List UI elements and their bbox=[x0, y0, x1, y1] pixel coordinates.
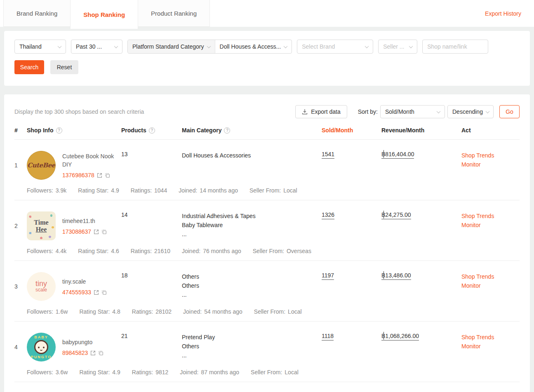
copy-icon[interactable] bbox=[101, 229, 107, 235]
header-revenue-month[interactable]: Revenue/Month bbox=[381, 127, 461, 134]
meta-label: Seller From: bbox=[251, 369, 282, 376]
sold-value[interactable]: 1197 bbox=[322, 272, 334, 280]
category-line: Industrial Adhesives & Tapes bbox=[182, 211, 322, 221]
seller-select[interactable]: Seller ... bbox=[378, 40, 417, 54]
monitor-link[interactable]: Monitor bbox=[461, 221, 520, 230]
sort-order-select[interactable]: Descending bbox=[447, 105, 494, 118]
copy-icon[interactable] bbox=[101, 290, 107, 295]
rank-number: 2 bbox=[14, 223, 18, 229]
meta-label: Ratings: bbox=[131, 248, 152, 254]
shop-name[interactable]: babypungto bbox=[62, 338, 104, 346]
external-link-icon[interactable] bbox=[94, 290, 99, 295]
revenue-amount: 816,404.00 bbox=[385, 151, 414, 157]
help-icon[interactable] bbox=[56, 127, 62, 134]
tab-label: Brand Ranking bbox=[16, 10, 57, 17]
country-select[interactable]: Thailand bbox=[14, 40, 66, 54]
copy-icon[interactable] bbox=[105, 173, 110, 178]
shop-avatar[interactable]: BABY PUNGTO bbox=[27, 333, 56, 361]
shop-meta-row: Followers:4.4k Rating Star:4.6 Ratings:2… bbox=[27, 248, 520, 254]
filter-panel: Thailand Past 30 ... Platform Standard C… bbox=[4, 31, 530, 86]
export-data-button[interactable]: Export data bbox=[295, 105, 347, 118]
category-select[interactable]: Doll Houses & Access... bbox=[215, 40, 292, 53]
category-value: Doll Houses & Access... bbox=[220, 43, 281, 50]
shop-id-link[interactable]: 1376986378 bbox=[62, 172, 94, 178]
copy-icon[interactable] bbox=[98, 350, 104, 356]
sort-field-select[interactable]: Sold/Month bbox=[380, 105, 445, 118]
export-history-link[interactable]: Export History bbox=[485, 10, 521, 17]
table-row: 4 BABY PUNGTO babypungto 89845823 bbox=[14, 322, 520, 382]
shop-name[interactable]: Cutebee Book Nook DIY bbox=[62, 152, 120, 169]
country-value: Thailand bbox=[19, 43, 42, 50]
table-row: 2 Time Hee timehee11.th 173088637 bbox=[14, 200, 520, 261]
monitor-link[interactable]: Monitor bbox=[461, 281, 520, 290]
shop-trends-link[interactable]: Shop Trends bbox=[461, 211, 520, 221]
category-line: Baby Tableware bbox=[182, 221, 322, 230]
tab-brand-ranking[interactable]: Brand Ranking bbox=[3, 0, 71, 27]
tab-label: Shop Ranking bbox=[83, 11, 125, 18]
header-shop-info: Shop Info bbox=[27, 127, 121, 134]
sort-by-label: Sort by: bbox=[358, 108, 378, 115]
meta-label: Ratings: bbox=[132, 308, 153, 315]
header-label: Products bbox=[121, 127, 146, 134]
table-toolbar: Display the top 300 shops based on searc… bbox=[14, 105, 520, 118]
sold-value[interactable]: 1541 bbox=[322, 151, 334, 159]
chevron-down-icon bbox=[114, 44, 118, 48]
shop-avatar[interactable]: Time Hee bbox=[27, 211, 56, 240]
brand-select[interactable]: Select Brand bbox=[297, 40, 373, 54]
baht-symbol bbox=[381, 151, 385, 157]
meta-label: Rating Star: bbox=[79, 308, 110, 315]
shop-id-link[interactable]: 173088637 bbox=[62, 228, 91, 235]
category-line: ... bbox=[182, 230, 322, 239]
meta-value: Local bbox=[283, 187, 297, 194]
shop-name[interactable]: timehee11.th bbox=[62, 217, 107, 225]
chevron-down-icon bbox=[58, 44, 62, 48]
meta-label: Followers: bbox=[27, 369, 53, 376]
shop-id-link[interactable]: 474555933 bbox=[62, 289, 91, 296]
shop-id-link[interactable]: 89845823 bbox=[62, 350, 88, 356]
meta-label: Rating Star: bbox=[79, 369, 110, 376]
external-link-icon[interactable] bbox=[97, 173, 102, 178]
shop-trends-link[interactable]: Shop Trends bbox=[461, 333, 520, 342]
date-range-select[interactable]: Past 30 ... bbox=[71, 40, 122, 54]
revenue-value[interactable]: 13,486.00 bbox=[381, 272, 411, 280]
revenue-value[interactable]: 24,275.00 bbox=[381, 211, 411, 219]
meta-value: 28102 bbox=[155, 308, 172, 315]
products-count: 13 bbox=[121, 151, 182, 157]
search-button[interactable]: Search bbox=[14, 60, 44, 74]
category-type-select[interactable]: Platform Standard Category bbox=[128, 40, 215, 53]
brand-placeholder: Select Brand bbox=[302, 43, 335, 50]
reset-button[interactable]: Reset bbox=[50, 60, 78, 74]
shop-name[interactable]: tiny.scale bbox=[62, 277, 107, 286]
sort-order-value: Descending bbox=[452, 108, 483, 115]
tab-product-ranking[interactable]: Product Ranking bbox=[138, 0, 210, 27]
chevron-down-icon bbox=[207, 44, 211, 48]
shop-trends-link[interactable]: Shop Trends bbox=[461, 272, 520, 281]
help-icon[interactable] bbox=[224, 127, 230, 134]
header-sold-month[interactable]: Sold/Month bbox=[322, 127, 381, 134]
shop-avatar[interactable]: tiny scale bbox=[27, 272, 56, 301]
go-button[interactable]: Go bbox=[499, 105, 520, 118]
external-link-icon[interactable] bbox=[94, 229, 99, 235]
revenue-value[interactable]: 1,068,266.00 bbox=[381, 333, 419, 340]
header-label: Shop Info bbox=[27, 127, 54, 134]
help-icon[interactable] bbox=[149, 127, 155, 134]
external-link-icon[interactable] bbox=[90, 350, 96, 356]
seller-placeholder: Seller ... bbox=[383, 43, 404, 50]
shop-trends-link[interactable]: Shop Trends bbox=[461, 151, 520, 160]
export-data-label: Export data bbox=[311, 108, 341, 115]
meta-label: Joined: bbox=[183, 308, 202, 315]
display-note: Display the top 300 shops based on searc… bbox=[14, 108, 144, 115]
category-line: ... bbox=[182, 290, 322, 299]
table-row: 1 CuteBee Cutebee Book Nook DIY 13769863… bbox=[14, 140, 520, 200]
tab-shop-ranking[interactable]: Shop Ranking bbox=[71, 0, 138, 29]
meta-value: 3.9k bbox=[56, 187, 66, 194]
monitor-link[interactable]: Monitor bbox=[461, 160, 520, 169]
revenue-value[interactable]: 816,404.00 bbox=[381, 151, 414, 159]
header-label: Sold/Month bbox=[322, 127, 353, 134]
shop-name-input[interactable] bbox=[422, 40, 488, 54]
monitor-link[interactable]: Monitor bbox=[461, 342, 520, 351]
shop-avatar[interactable]: CuteBee bbox=[27, 151, 56, 180]
sold-value[interactable]: 1118 bbox=[322, 333, 334, 340]
meta-label: Ratings: bbox=[131, 187, 152, 194]
sold-value[interactable]: 1326 bbox=[322, 211, 334, 219]
